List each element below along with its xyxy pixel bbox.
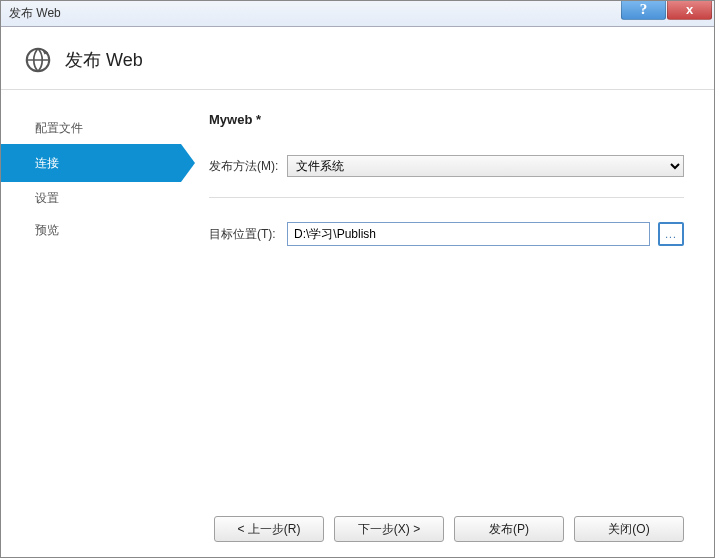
sidebar-item-connection[interactable]: 连接 [1, 144, 181, 182]
sidebar-item-label: 设置 [35, 190, 59, 207]
dialog-body: 配置文件 连接 设置 预览 Myweb * 发布方法(M): 文件系统 目标位置… [1, 90, 714, 500]
window-title: 发布 Web [9, 5, 61, 22]
close-button[interactable]: x [667, 0, 712, 20]
profile-name: Myweb * [209, 112, 684, 127]
prev-button[interactable]: < 上一步(R) [214, 516, 324, 542]
sidebar-item-label: 连接 [35, 155, 59, 172]
sidebar-item-label: 预览 [35, 222, 59, 239]
target-location-input[interactable] [287, 222, 650, 246]
browse-button[interactable]: ... [658, 222, 684, 246]
target-location-label: 目标位置(T): [209, 226, 287, 243]
help-button[interactable]: ? [621, 0, 666, 20]
header: 发布 Web [1, 27, 714, 90]
globe-icon [23, 45, 53, 75]
close-dialog-button[interactable]: 关闭(O) [574, 516, 684, 542]
sidebar-item-preview[interactable]: 预览 [1, 214, 181, 246]
content-panel: Myweb * 发布方法(M): 文件系统 目标位置(T): ... [181, 90, 714, 500]
sidebar: 配置文件 连接 设置 预览 [1, 90, 181, 500]
divider [209, 197, 684, 198]
header-title: 发布 Web [65, 48, 143, 72]
publish-method-row: 发布方法(M): 文件系统 [209, 155, 684, 177]
next-button[interactable]: 下一步(X) > [334, 516, 444, 542]
sidebar-item-settings[interactable]: 设置 [1, 182, 181, 214]
target-location-row: 目标位置(T): ... [209, 222, 684, 246]
window-buttons: ? x [620, 1, 714, 26]
titlebar: 发布 Web ? x [1, 1, 714, 27]
footer: < 上一步(R) 下一步(X) > 发布(P) 关闭(O) [1, 501, 714, 557]
publish-method-label: 发布方法(M): [209, 158, 287, 175]
sidebar-item-label: 配置文件 [35, 120, 83, 137]
publish-button[interactable]: 发布(P) [454, 516, 564, 542]
sidebar-item-profile[interactable]: 配置文件 [1, 112, 181, 144]
publish-method-select[interactable]: 文件系统 [287, 155, 684, 177]
